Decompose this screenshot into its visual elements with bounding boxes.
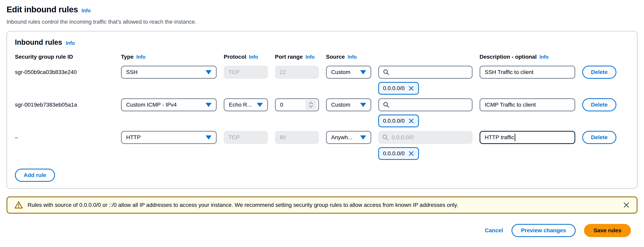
search-icon <box>383 69 389 75</box>
type-select[interactable]: HTTP <box>121 131 217 144</box>
chevron-down-icon <box>360 103 366 107</box>
page-subtitle: Inbound rules control the incoming traff… <box>6 19 638 25</box>
search-icon <box>382 134 388 141</box>
warning-icon <box>14 200 23 210</box>
chevron-up-icon <box>309 102 313 104</box>
warning-banner: Rules with source of 0.0.0.0/0 or ::/0 a… <box>6 196 638 213</box>
text-cursor <box>515 134 515 141</box>
column-header-source: SourceInfo <box>326 54 371 60</box>
page-header: Edit inbound rules Info <box>6 5 638 14</box>
column-header-description: Description - optionalInfo <box>480 54 575 60</box>
delete-rule-button[interactable]: Delete <box>582 131 616 144</box>
column-header-id: Security group rule ID <box>15 54 121 60</box>
banner-close-icon[interactable] <box>623 201 630 209</box>
column-headers: Security group rule ID TypeInfo Protocol… <box>15 54 629 60</box>
source-chip-row: 0.0.0.0/0 <box>378 82 629 95</box>
column-header-type: TypeInfo <box>121 54 217 60</box>
source-info-link[interactable]: Info <box>348 54 357 60</box>
chevron-down-icon <box>360 70 366 74</box>
delete-rule-button[interactable]: Delete <box>582 98 616 111</box>
protocol-select[interactable]: Echo R... <box>224 98 268 111</box>
type-info-link[interactable]: Info <box>136 54 146 60</box>
add-rule-button[interactable]: Add rule <box>15 169 55 182</box>
chevron-down-icon <box>309 105 313 108</box>
chip-dismiss-icon[interactable] <box>408 85 414 91</box>
chevron-down-icon <box>206 70 212 74</box>
protocol-field-disabled: TCP <box>224 66 268 79</box>
source-search-input-disabled: 0.0.0.0/0 <box>378 131 472 144</box>
rule-id: – <box>15 134 121 141</box>
source-select[interactable]: Custom <box>326 66 371 79</box>
rule-row-icmp: sgr-0019eb7383eb05a1a Custom ICMP - IPv4… <box>15 98 629 127</box>
description-input-focused[interactable]: HTTP traffic <box>480 131 575 144</box>
port-range-field-disabled: 22 <box>275 66 319 79</box>
description-info-link[interactable]: Info <box>540 54 549 60</box>
column-header-protocol: ProtocolInfo <box>224 54 268 60</box>
chip-dismiss-icon[interactable] <box>408 151 414 156</box>
description-input[interactable]: ICMP Traffic to client <box>480 98 575 111</box>
protocol-info-link[interactable]: Info <box>249 54 258 60</box>
chevron-down-icon <box>206 135 212 140</box>
port-range-number-input[interactable]: 0 <box>275 98 319 111</box>
chevron-down-icon <box>206 103 212 107</box>
source-chip-row: 0.0.0.0/0 <box>378 147 629 160</box>
chevron-down-icon <box>360 135 366 140</box>
column-header-port-range: Port rangeInfo <box>275 54 319 60</box>
save-rules-button[interactable]: Save rules <box>584 224 631 237</box>
type-select[interactable]: SSH <box>121 66 217 79</box>
page-info-link[interactable]: Info <box>82 8 91 14</box>
source-select[interactable]: Custom <box>326 98 371 111</box>
source-select[interactable]: Anywh... <box>326 131 371 144</box>
footer-actions: Cancel Preview changes Save rules <box>6 224 638 237</box>
source-chip-row: 0.0.0.0/0 <box>378 115 629 127</box>
type-select[interactable]: Custom ICMP - IPv4 <box>121 98 217 111</box>
source-search-input[interactable] <box>378 98 472 111</box>
panel-title: Inbound rules <box>15 38 62 47</box>
cidr-chip: 0.0.0.0/0 <box>378 115 419 127</box>
port-range-field-disabled: 80 <box>275 131 319 144</box>
cidr-chip: 0.0.0.0/0 <box>378 147 419 160</box>
chevron-down-icon <box>257 103 263 107</box>
warning-text: Rules with source of 0.0.0.0/0 or ::/0 a… <box>28 202 618 208</box>
source-search-input[interactable] <box>378 66 472 79</box>
inbound-rules-panel: Inbound rules Info Security group rule I… <box>6 31 638 188</box>
chip-dismiss-icon[interactable] <box>408 118 414 124</box>
preview-changes-button[interactable]: Preview changes <box>512 224 576 237</box>
edit-inbound-rules-page: Edit inbound rules Info Inbound rules co… <box>0 0 644 237</box>
panel-info-link[interactable]: Info <box>66 40 75 46</box>
port-range-info-link[interactable]: Info <box>306 54 315 60</box>
rule-id: sgr-050b9ca03b833e240 <box>15 69 121 75</box>
search-icon <box>383 102 389 108</box>
page-title: Edit inbound rules <box>6 5 78 14</box>
description-input[interactable]: SSH Traffic to client <box>480 66 575 79</box>
delete-rule-button[interactable]: Delete <box>582 66 616 79</box>
protocol-field-disabled: TCP <box>224 131 268 144</box>
rule-id: sgr-0019eb7383eb05a1a <box>15 102 121 108</box>
rule-row-ssh: sgr-050b9ca03b833e240 SSH TCP 22 Custom … <box>15 66 629 95</box>
panel-header: Inbound rules Info <box>15 38 629 47</box>
number-stepper[interactable] <box>306 100 317 110</box>
cidr-chip: 0.0.0.0/0 <box>378 82 419 95</box>
rule-row-http: – HTTP TCP 80 Anywh... 0.0.0.0/0 HTTP tr… <box>15 131 629 160</box>
cancel-button[interactable]: Cancel <box>485 227 503 234</box>
